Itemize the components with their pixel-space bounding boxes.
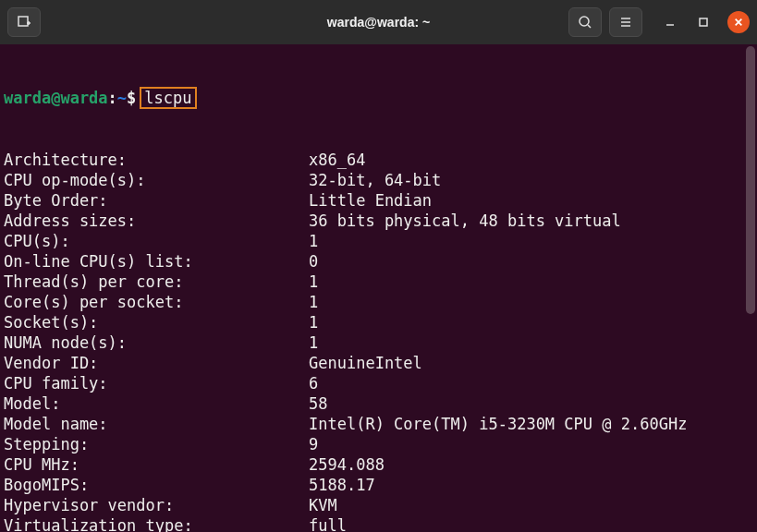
prompt-line: warda@warda:~$lscpu	[4, 87, 753, 109]
output-value: KVM	[309, 495, 337, 515]
output-line: Byte Order:Little Endian	[4, 190, 753, 211]
window-controls	[661, 11, 750, 33]
prompt-colon: :	[108, 88, 117, 108]
output-label: Architecture:	[4, 150, 309, 170]
menu-button[interactable]	[609, 7, 642, 37]
output-label: On-line CPU(s) list:	[4, 251, 309, 272]
close-button[interactable]	[727, 11, 750, 33]
output-label: Hypervisor vendor:	[4, 495, 309, 515]
output-label: BogoMIPS:	[4, 475, 309, 495]
output-label: Byte Order:	[4, 190, 309, 211]
output-label: Vendor ID:	[4, 353, 309, 373]
output-line: Hypervisor vendor:KVM	[4, 495, 753, 515]
output-line: Stepping:9	[4, 434, 753, 454]
output-line: Model:58	[4, 393, 753, 414]
output-value: Little Endian	[309, 190, 432, 211]
maximize-icon	[698, 17, 709, 28]
output-line: CPU family:6	[4, 373, 753, 393]
svg-point-3	[580, 17, 589, 26]
svg-line-4	[588, 25, 591, 28]
close-icon	[734, 18, 743, 27]
prompt-user-host: warda@warda	[4, 88, 108, 108]
titlebar: warda@warda: ~	[0, 0, 757, 44]
output-value: 0	[309, 251, 318, 272]
output-line: On-line CPU(s) list:0	[4, 251, 753, 272]
output-label: Socket(s):	[4, 312, 309, 332]
output-value: GenuineIntel	[309, 353, 422, 373]
output-label: Model:	[4, 393, 309, 414]
output-label: Model name:	[4, 414, 309, 434]
output-label: Core(s) per socket:	[4, 292, 309, 312]
output-label: CPU family:	[4, 373, 309, 393]
output-value: x86_64	[309, 150, 365, 170]
new-tab-icon	[17, 15, 31, 30]
hamburger-icon	[618, 15, 633, 30]
output-line: Virtualization type:full	[4, 515, 753, 532]
output-container: Architecture:x86_64CPU op-mode(s):32-bit…	[4, 150, 753, 532]
minimize-button[interactable]	[661, 13, 679, 31]
output-value: 32-bit, 64-bit	[309, 170, 441, 190]
new-tab-button[interactable]	[7, 7, 41, 37]
output-value: 1	[309, 332, 318, 353]
output-value: 1	[309, 292, 318, 312]
output-label: Virtualization type:	[4, 515, 309, 532]
output-value: 5188.17	[309, 475, 375, 495]
output-value: 1	[309, 272, 318, 292]
terminal-content: warda@warda:~$lscpu Architecture:x86_64C…	[4, 46, 753, 532]
output-value: 1	[309, 312, 318, 332]
output-value: Intel(R) Core(TM) i5-3230M CPU @ 2.60GHz	[309, 414, 687, 434]
output-line: Address sizes:36 bits physical, 48 bits …	[4, 211, 753, 231]
output-line: CPU MHz:2594.088	[4, 454, 753, 475]
output-line: Model name:Intel(R) Core(TM) i5-3230M CP…	[4, 414, 753, 434]
command-highlight: lscpu	[140, 87, 196, 109]
output-label: CPU op-mode(s):	[4, 170, 309, 190]
output-line: Socket(s):1	[4, 312, 753, 332]
search-icon	[578, 15, 592, 30]
output-line: NUMA node(s):1	[4, 332, 753, 353]
output-line: BogoMIPS:5188.17	[4, 475, 753, 495]
maximize-button[interactable]	[694, 13, 713, 31]
minimize-icon	[665, 17, 676, 28]
prompt-path: ~	[117, 88, 127, 108]
output-value: 6	[309, 373, 318, 393]
output-line: Core(s) per socket:1	[4, 292, 753, 312]
output-value: full	[309, 515, 347, 532]
output-label: Thread(s) per core:	[4, 272, 309, 292]
output-value: 2594.088	[309, 454, 385, 475]
output-line: CPU op-mode(s):32-bit, 64-bit	[4, 170, 753, 190]
prompt-symbol: $	[127, 88, 136, 108]
terminal-area[interactable]: warda@warda:~$lscpu Architecture:x86_64C…	[0, 44, 757, 532]
output-value: 9	[309, 434, 318, 454]
search-button[interactable]	[568, 7, 602, 37]
output-value: 36 bits physical, 48 bits virtual	[309, 211, 621, 231]
output-line: CPU(s):1	[4, 231, 753, 251]
titlebar-right	[568, 7, 750, 37]
output-line: Thread(s) per core:1	[4, 272, 753, 292]
output-value: 58	[309, 393, 327, 414]
scrollbar[interactable]	[746, 46, 755, 314]
output-label: CPU MHz:	[4, 454, 309, 475]
output-label: CPU(s):	[4, 231, 309, 251]
svg-rect-0	[18, 17, 28, 26]
output-line: Architecture:x86_64	[4, 150, 753, 170]
output-label: Address sizes:	[4, 211, 309, 231]
window-title: warda@warda: ~	[327, 15, 430, 30]
output-label: NUMA node(s):	[4, 332, 309, 353]
svg-rect-9	[700, 18, 707, 26]
output-value: 1	[309, 231, 318, 251]
output-label: Stepping:	[4, 434, 309, 454]
output-line: Vendor ID:GenuineIntel	[4, 353, 753, 373]
